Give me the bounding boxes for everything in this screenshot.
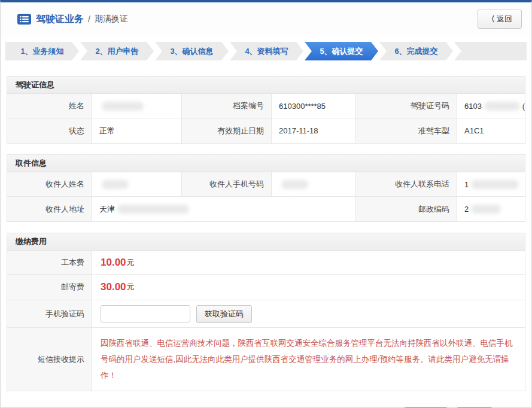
vehicle-class-label: 准驾车型 (355, 118, 457, 143)
postal-code-prefix: 2 (464, 205, 469, 214)
step-5-confirm-submit-active: 5、确认提交 (305, 42, 378, 60)
step-6-complete: 6、完成提交 (379, 42, 453, 60)
sms-code-field-wrap: 获取验证码 (92, 300, 525, 327)
redacted-value (471, 205, 501, 214)
step-bar-filler (454, 42, 527, 60)
back-button-label: 返回 (497, 14, 512, 23)
sms-code-row: 手机验证码 获取验证码 (7, 300, 525, 328)
recipient-name-label: 收件人姓名 (7, 172, 92, 197)
postage-fee-row: 邮寄费 30.00元 (7, 275, 525, 300)
recipient-phone-prefix: 1 (464, 180, 469, 189)
license-number-prefix: 6103 (464, 102, 482, 111)
postal-code-label: 邮政编码 (355, 197, 457, 221)
document-list-icon (17, 14, 31, 25)
chevron-left-icon: 〈 (487, 14, 495, 23)
fees-section-title: 缴纳费用 (7, 233, 525, 251)
page: 驾驶证业务 / 期满换证 〈返回 1、业务须知 2、用户申告 3、确认信息 4、… (0, 0, 532, 408)
license-number-value: 6103( (457, 94, 525, 118)
redacted-value (281, 180, 308, 189)
pickup-info-section: 取件信息 收件人姓名 收件人手机号码 收件人联系电话 1 收件人地址 天津 邮政… (7, 154, 525, 222)
name-value (92, 94, 182, 118)
page-title: 驾驶证业务 (36, 13, 84, 26)
redacted-value (471, 180, 519, 189)
pickup-section-title: 取件信息 (7, 155, 525, 172)
recipient-phone-value: 1 (457, 172, 525, 197)
sms-code-label: 手机验证码 (7, 300, 92, 327)
step-4-fill-data: 4、资料填写 (230, 42, 303, 60)
address-prefix: 天津 (99, 204, 115, 215)
license-number-label: 驾驶证号码 (355, 94, 457, 118)
step-1-notice: 1、业务须知 (5, 42, 79, 60)
breadcrumb-current: 期满换证 (95, 14, 128, 25)
postage-fee-amount: 30.00 (101, 281, 126, 293)
name-label: 姓名 (7, 94, 92, 118)
header: 驾驶证业务 / 期满换证 〈返回 (1, 2, 531, 36)
sms-notice-row: 短信接收提示 因陕西省联通、电信运营商技术问题，陕西省互联网交通安全综合服务管理… (7, 328, 525, 391)
production-fee-unit: 元 (127, 257, 135, 268)
back-button[interactable]: 〈返回 (478, 10, 522, 29)
recipient-phone-label: 收件人联系电话 (355, 172, 457, 197)
redacted-value (484, 102, 520, 111)
redacted-value (102, 102, 144, 111)
redacted-value (117, 205, 189, 214)
postal-code-value: 2 (457, 197, 525, 221)
production-fee-value: 10.00元 (92, 251, 525, 274)
sms-notice-wrap: 因陕西省联通、电信运营商技术问题，陕西省互联网交通安全综合服务管理平台无法向持陕… (92, 328, 525, 391)
production-fee-label: 工本费 (7, 251, 92, 274)
license-number-suffix: ( (522, 102, 525, 111)
address-label: 收件人地址 (7, 197, 92, 221)
production-fee-amount: 10.00 (101, 257, 126, 269)
step-wizard: 1、业务须知 2、用户申告 3、确认信息 4、资料填写 5、确认提交 6、完成提… (5, 42, 527, 60)
step-2-declaration: 2、用户申告 (80, 42, 154, 60)
pickup-info-table: 收件人姓名 收件人手机号码 收件人联系电话 1 收件人地址 天津 邮政编码 2 (7, 172, 525, 221)
step-3-confirm-info: 3、确认信息 (155, 42, 229, 60)
production-fee-row: 工本费 10.00元 (7, 251, 525, 275)
postage-fee-value: 30.00元 (92, 275, 525, 300)
sms-code-input[interactable] (101, 305, 190, 322)
file-number-value: 610300****85 (272, 94, 355, 118)
license-info-section: 驾驶证信息 姓名 档案编号 610300****85 驾驶证号码 6103( 状… (7, 76, 525, 144)
recipient-mobile-value (272, 172, 355, 197)
recipient-mobile-label: 收件人手机号码 (182, 172, 272, 197)
get-sms-code-button[interactable]: 获取验证码 (196, 305, 252, 323)
status-value: 正常 (92, 118, 182, 143)
valid-until-value: 2017-11-18 (272, 118, 355, 143)
redacted-value (102, 180, 129, 189)
vehicle-class-value: A1C1 (457, 118, 525, 143)
status-label: 状态 (7, 118, 92, 143)
breadcrumb-separator: / (88, 14, 90, 24)
file-number-label: 档案编号 (182, 94, 272, 118)
postage-fee-label: 邮寄费 (7, 275, 92, 300)
address-value: 天津 (92, 197, 355, 221)
sms-notice-text: 因陕西省联通、电信运营商技术问题，陕西省互联网交通安全综合服务管理平台无法向持陕… (92, 328, 525, 391)
fees-section: 缴纳费用 工本费 10.00元 邮寄费 30.00元 手机验证码 获取验证码 短… (7, 233, 525, 391)
valid-until-label: 有效期止日期 (182, 118, 272, 143)
license-info-table: 姓名 档案编号 610300****85 驾驶证号码 6103( 状态 正常 有… (7, 94, 525, 143)
recipient-name-value (92, 172, 182, 197)
postage-fee-unit: 元 (127, 282, 135, 293)
license-section-title: 驾驶证信息 (7, 77, 525, 94)
sms-notice-label: 短信接收提示 (7, 328, 92, 391)
